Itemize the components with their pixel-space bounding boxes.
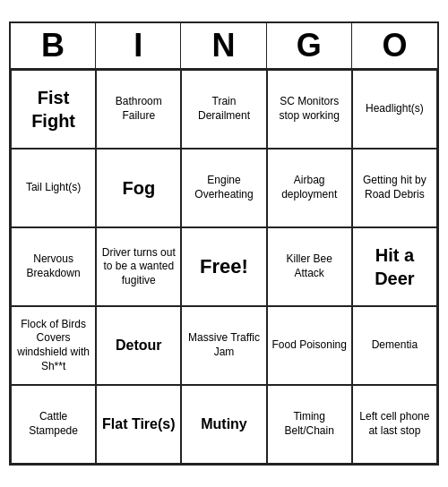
bingo-cell: Killer Bee Attack — [267, 227, 352, 306]
bingo-cell: Bathroom Failure — [96, 70, 181, 149]
bingo-cell: Getting hit by Road Debris — [352, 149, 437, 227]
bingo-header: BINGO — [11, 23, 437, 70]
bingo-cell: Cattle Stampede — [11, 385, 96, 464]
bingo-cell: Airbag deployment — [267, 149, 352, 227]
bingo-cell: Driver turns out to be a wanted fugitive — [96, 227, 181, 306]
bingo-cell: Detour — [96, 306, 181, 385]
header-letter: O — [352, 23, 437, 68]
bingo-cell: Train Derailment — [181, 70, 266, 149]
bingo-card: BINGO Fist FightBathroom FailureTrain De… — [9, 21, 439, 466]
bingo-cell: Flat Tire(s) — [96, 385, 181, 464]
bingo-cell: Headlight(s) — [352, 70, 437, 149]
bingo-cell: Free! — [181, 227, 266, 306]
bingo-cell: Nervous Breakdown — [11, 227, 96, 306]
bingo-cell: Engine Overheating — [181, 149, 266, 227]
header-letter: I — [96, 23, 181, 68]
bingo-cell: Tail Light(s) — [11, 149, 96, 227]
bingo-cell: Mutiny — [181, 385, 266, 464]
bingo-cell: Massive Traffic Jam — [181, 306, 266, 385]
header-letter: B — [11, 23, 96, 68]
bingo-cell: Dementia — [352, 306, 437, 385]
bingo-grid: Fist FightBathroom FailureTrain Derailme… — [11, 70, 437, 464]
bingo-cell: Fog — [96, 149, 181, 227]
bingo-cell: Hit a Deer — [352, 227, 437, 306]
bingo-cell: Flock of Birds Covers windshield with Sh… — [11, 306, 96, 385]
header-letter: G — [267, 23, 352, 68]
bingo-cell: Left cell phone at last stop — [352, 385, 437, 464]
bingo-cell: SC Monitors stop working — [267, 70, 352, 149]
bingo-cell: Food Poisoning — [267, 306, 352, 385]
bingo-cell: Timing Belt/Chain — [267, 385, 352, 464]
bingo-cell: Fist Fight — [11, 70, 96, 149]
header-letter: N — [181, 23, 266, 68]
